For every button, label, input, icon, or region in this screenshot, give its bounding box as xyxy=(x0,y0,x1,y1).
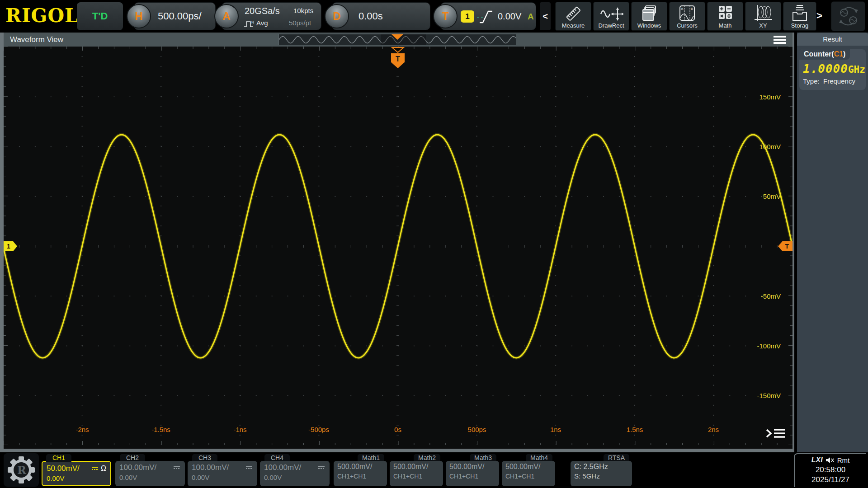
trigger-status-badge: T'D xyxy=(77,2,123,30)
drawrect-button[interactable]: DrawRect xyxy=(593,2,629,31)
t-label: 1ns xyxy=(535,426,576,433)
counter-type: Type: Frequency xyxy=(803,77,855,85)
remote-badge: Rmt xyxy=(837,456,850,464)
math3-box[interactable]: Math3 500.00mV/ CH1+CH1 xyxy=(446,454,499,486)
dc-coupling-icon xyxy=(245,465,253,470)
top-bar: RIGOL T'D 500.00ps/ H 20GSa/s 10kpts N A… xyxy=(0,0,868,33)
windows-button[interactable]: Windows xyxy=(631,2,667,31)
xy-icon xyxy=(753,4,773,23)
windows-icon xyxy=(639,4,659,23)
bottom-bar: R CH1 50.00mV/ Ω 0.00V CH2 100.00mV/ 0.0… xyxy=(0,452,868,488)
storage-icon xyxy=(790,4,810,23)
utility-menu-button[interactable]: R xyxy=(4,453,39,487)
t-label: 2ns xyxy=(693,426,734,433)
lxi-badge: LXI xyxy=(811,456,823,464)
acquire-knob[interactable]: A xyxy=(214,4,239,28)
ch2-scale: 100.00mV/ xyxy=(119,463,156,472)
menu-icon[interactable] xyxy=(774,36,786,44)
toolbar-scroll-right-arrow[interactable]: > xyxy=(816,10,822,22)
t-label: -2ns xyxy=(62,426,103,433)
t-label: 1.5ns xyxy=(614,426,655,433)
ch2-offset: 0.00V xyxy=(119,474,181,481)
trigger-position-outline-icon xyxy=(391,47,405,53)
measure-icon xyxy=(563,4,583,23)
t-label: -1.5ns xyxy=(141,426,181,433)
math4-box[interactable]: Math4 500.00mV/ CH1+CH1 xyxy=(502,454,555,486)
math1-expr: CH1+CH1 xyxy=(337,473,383,480)
counter-card-title: Counter(C1) xyxy=(799,49,850,60)
sound-muted-icon xyxy=(826,457,835,464)
overview-window[interactable] xyxy=(381,34,426,45)
waveform-plot xyxy=(4,47,793,445)
delay-value: 0.00s xyxy=(359,10,383,22)
counter-result-card[interactable]: Counter(C1) 1.0000GHz Type: Frequency xyxy=(799,49,866,90)
channel2-box[interactable]: CH2 100.00mV/ 0.00V xyxy=(115,454,185,486)
resolution: 50ps/pt xyxy=(289,19,311,27)
gear-icon: R xyxy=(7,455,36,484)
svg-text:N: N xyxy=(251,20,254,24)
ch1-scale: 50.00mV/ xyxy=(47,464,80,473)
measure-button[interactable]: Measure xyxy=(555,2,591,31)
t-label: 0s xyxy=(377,426,418,433)
memory-depth: 10kpts xyxy=(293,7,313,14)
ch1-offset: 0.00V xyxy=(47,474,106,482)
svg-text:B: B xyxy=(691,7,693,11)
t-label: -1ns xyxy=(220,426,260,433)
ch3-offset: 0.00V xyxy=(192,474,253,481)
v-label: -150mV xyxy=(740,392,781,399)
channel3-box[interactable]: CH3 100.00mV/ 0.00V xyxy=(188,454,257,486)
xy-button[interactable]: XY xyxy=(745,2,781,31)
channel1-tab: CH1 xyxy=(46,454,71,462)
expand-results-icon[interactable] xyxy=(765,427,788,440)
waveform-overview-strip[interactable] xyxy=(278,34,516,45)
result-panel: Result Counter(C1) 1.0000GHz Type: Frequ… xyxy=(797,33,868,452)
sync-button[interactable] xyxy=(831,1,865,31)
channel4-box[interactable]: CH4 100.00mV/ 0.00V xyxy=(260,454,330,486)
rtsa-box[interactable]: RTSA C: 2.5GHz S: 5GHz xyxy=(571,454,632,486)
dc-coupling-icon xyxy=(91,466,99,471)
ch3-scale: 100.00mV/ xyxy=(192,463,229,472)
math2-scale: 500.00mV/ xyxy=(393,463,439,471)
sync-refresh-icon xyxy=(836,5,860,27)
waveform-view-title: Waveform View xyxy=(10,35,63,44)
acquire-mode: Avg xyxy=(256,19,268,27)
t-label: 500ps xyxy=(457,426,497,433)
math-icon xyxy=(715,4,735,23)
trigger-source-badge: 1 xyxy=(461,10,474,23)
avg-mode-icon: N xyxy=(244,20,255,28)
trigger-position-flag: T xyxy=(391,53,405,68)
math1-scale: 500.00mV/ xyxy=(337,463,383,471)
delay-knob[interactable]: D xyxy=(325,4,349,28)
storage-button[interactable]: Storag xyxy=(783,2,816,31)
trigger-level: 0.00V xyxy=(498,11,521,22)
trigger-sweep-mode: A xyxy=(528,12,534,22)
math3-expr: CH1+CH1 xyxy=(449,473,495,480)
math1-box[interactable]: Math1 500.00mV/ CH1+CH1 xyxy=(334,454,387,486)
dc-coupling-icon xyxy=(317,465,326,470)
clock-time: 20:58:00 xyxy=(795,465,866,474)
trigger-slope-icon xyxy=(475,8,496,26)
math-button[interactable]: Math xyxy=(707,2,743,31)
trigger-knob[interactable]: T xyxy=(433,4,458,28)
status-box[interactable]: LXI Rmt 20:58:00 2025/11/27 xyxy=(794,453,866,487)
v-label: -100mV xyxy=(740,342,781,350)
waveform-view-panel: Waveform View T 1 T 150mV 100mV 50mV -50… xyxy=(0,33,794,452)
math2-expr: CH1+CH1 xyxy=(393,473,439,480)
sample-rate: 20GSa/s xyxy=(245,6,280,16)
rtsa-span: S: 5GHz xyxy=(574,472,628,480)
dc-coupling-icon xyxy=(173,465,181,470)
trigger-position-marker[interactable]: T xyxy=(391,47,405,69)
toolbar-collapse-button[interactable]: < xyxy=(540,2,551,30)
counter-source: C1 xyxy=(834,50,843,58)
math2-box[interactable]: Math2 500.00mV/ CH1+CH1 xyxy=(390,454,443,486)
clock-date: 2025/11/27 xyxy=(795,475,866,484)
cursors-button[interactable]: A B Cursors xyxy=(669,2,705,31)
graticule[interactable]: T 1 T 150mV 100mV 50mV -50mV -100mV -150… xyxy=(4,47,793,445)
horizontal-knob[interactable]: H xyxy=(127,4,151,28)
rtsa-center-freq: C: 2.5GHz xyxy=(574,463,628,471)
drawrect-icon xyxy=(599,4,623,22)
ch1-impedance: Ω xyxy=(101,465,106,473)
channel1-box[interactable]: CH1 50.00mV/ Ω 0.00V xyxy=(42,454,111,486)
v-label: 100mV xyxy=(740,143,781,150)
v-label: 150mV xyxy=(740,93,781,101)
